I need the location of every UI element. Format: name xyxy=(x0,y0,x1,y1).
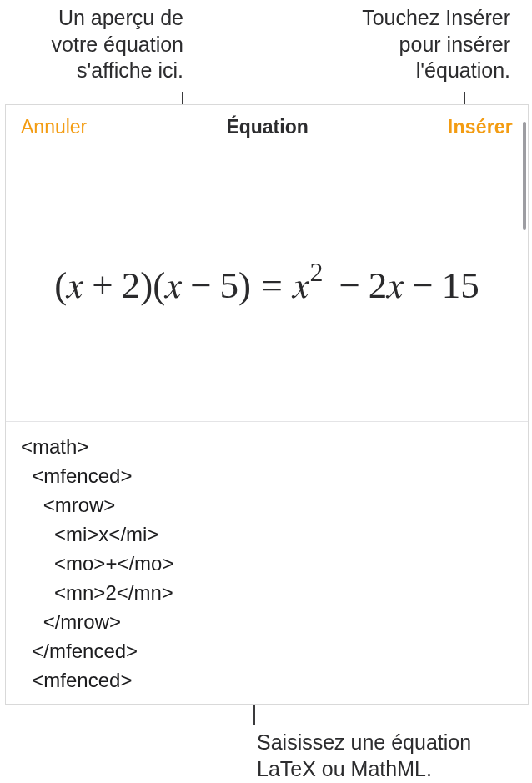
insert-button[interactable]: Insérer xyxy=(448,116,513,138)
equation-preview: ( x + 2 ) ( x − 5 ) = x 2 − 2 xyxy=(6,148,528,422)
dialog-title: Équation xyxy=(226,116,308,138)
rendered-equation: ( x + 2 ) ( x − 5 ) = x 2 − 2 xyxy=(54,264,479,307)
cancel-button[interactable]: Annuler xyxy=(21,116,87,138)
dialog-titlebar: Annuler Équation Insérer xyxy=(6,105,528,148)
callout-insert: Touchez Insérer pour insérer l'équation. xyxy=(302,5,510,84)
mathml-input[interactable]: <math> <mfenced> <mrow> <mi>x</mi> <mo>+… xyxy=(6,422,528,704)
callout-input: Saisissez une équation LaTeX ou MathML. xyxy=(257,730,532,782)
scrollbar-thumb[interactable] xyxy=(523,122,526,230)
callout-preview: Un aperçu de votre équation s'affiche ic… xyxy=(0,5,183,84)
equation-dialog: Annuler Équation Insérer ( x + 2 ) ( x −… xyxy=(5,104,529,705)
